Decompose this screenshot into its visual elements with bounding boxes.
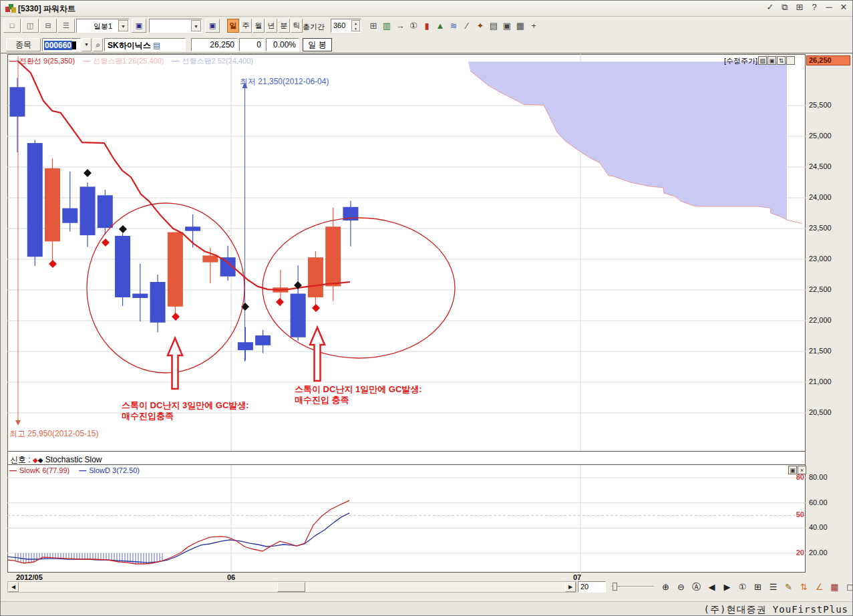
chart-annotation: 스톡이 DC난지 1일만에 GC발생:매수진입 충족 — [295, 384, 422, 406]
updown-arrows-icon[interactable]: ⇅ — [798, 581, 810, 593]
arrow-down-icon — [15, 420, 21, 426]
spinner-arrows-icon[interactable]: ▲▼ — [351, 20, 360, 31]
tools-icon[interactable]: ✦ — [474, 19, 487, 33]
indicator-chart-icon[interactable]: ▥ — [380, 19, 393, 33]
chevron-down-icon: ▼ — [84, 42, 89, 47]
scroll-right-button[interactable]: ▶ — [565, 582, 576, 592]
price-axis-label: 25,000 — [809, 132, 832, 140]
price-axis-label: 24,000 — [809, 193, 832, 201]
annotation-arrow-up — [310, 327, 325, 381]
chart-settings-icon[interactable]: ▦ — [514, 19, 527, 33]
chevron-down-icon[interactable]: ▼ — [118, 20, 128, 31]
zoom-slider-thumb[interactable] — [613, 583, 617, 591]
legend-line-swatch: — — [172, 57, 180, 65]
slowd-line — [7, 513, 349, 563]
code-dropdown-button[interactable]: ▼ — [81, 38, 92, 51]
period-button-틱[interactable]: 틱 — [291, 19, 303, 33]
hourglass-icon[interactable]: ▨ — [758, 56, 767, 65]
list-icon[interactable]: ☰ — [767, 581, 780, 593]
send-list-icon[interactable]: → — [393, 19, 407, 33]
high-marker-label: 최고 25,950(2012-05-15) — [9, 428, 98, 440]
chevron-down-icon[interactable]: ▼ — [191, 20, 201, 31]
period-button-일[interactable]: 일 — [227, 19, 239, 33]
conversion-line — [17, 61, 350, 290]
legend-line-swatch: — — [9, 466, 17, 474]
save-icon[interactable]: ▣ — [500, 19, 514, 33]
zoom-out-icon[interactable]: ⊖ — [675, 581, 687, 593]
print-icon[interactable]: ▤ — [487, 19, 500, 33]
actual-size-icon[interactable]: ① — [736, 581, 749, 593]
save-icon: ▣ — [209, 21, 216, 29]
comment-icon[interactable]: ◻ — [844, 581, 853, 593]
stoch-legend: —SlowK 6(77.99)—SlowD 3(72.50) — [9, 466, 149, 474]
zoom-area-icon[interactable]: ⊞ — [751, 581, 764, 593]
go-last-icon[interactable]: ▶ — [721, 581, 733, 593]
chart-style-select[interactable]: 일봉1 ▼ — [76, 19, 130, 33]
main-legend: —전환선 9(25,350)—선행스팬1 26(25,400)—선행스팬2 52… — [9, 56, 261, 66]
save-template-button[interactable]: ▣ — [205, 19, 220, 33]
scroll-left-button[interactable]: ◀ — [8, 582, 19, 592]
candle-body — [185, 226, 200, 230]
blank-box[interactable] — [786, 56, 795, 65]
area-chart-icon[interactable]: ▲ — [434, 19, 447, 33]
legend-item: —선행스팬1 26(25,400) — [83, 57, 164, 65]
candle-body — [150, 282, 166, 323]
check-icon[interactable]: ✓ — [763, 1, 778, 13]
zoom-one-icon[interactable]: ① — [407, 19, 420, 33]
template-select[interactable]: ▼ — [149, 19, 202, 33]
window-controls: ✓⧉⊞?─✕ — [763, 1, 851, 17]
draw-pen-icon[interactable]: ✎ — [782, 581, 795, 593]
arrow-right-icon: ▶ — [568, 584, 572, 590]
total-period-spinner[interactable]: 360 ▲▼ — [331, 19, 361, 33]
signal-diamond-black — [119, 225, 127, 233]
layout-two-horizontal-icon[interactable]: ⊟ — [39, 19, 57, 33]
period-button-분[interactable]: 분 — [278, 19, 290, 33]
scrollbar-thumb[interactable] — [277, 582, 305, 592]
bar-count-input[interactable]: 20 — [578, 581, 606, 593]
stock-select-button[interactable]: 종목 — [6, 38, 41, 51]
close-icon[interactable]: ✕ — [836, 1, 851, 13]
multi-line-icon[interactable]: ≋ — [447, 19, 460, 33]
diamond-red-icon: ◆ — [33, 456, 38, 464]
stock-code-input[interactable]: 000660 — [42, 38, 81, 51]
layout-single-icon[interactable]: □ — [3, 19, 21, 33]
price-axis-label: 23,500 — [809, 224, 832, 232]
stoch-axis-label: 60.00 — [809, 498, 828, 506]
price-axis-label: 22,500 — [809, 285, 832, 293]
zoom-slider-track[interactable] — [611, 586, 654, 587]
minimize-icon[interactable]: ─ — [822, 1, 836, 13]
zoom-in-icon[interactable]: ⊕ — [659, 581, 672, 593]
search-button[interactable]: ⌕ — [93, 38, 103, 51]
period-button-년[interactable]: 년 — [265, 19, 277, 33]
ruler-icon[interactable]: ∠ — [813, 581, 826, 593]
document-icon[interactable]: ▤ — [153, 41, 160, 50]
chart-window-icon[interactable]: ⊞ — [367, 19, 380, 33]
horizontal-scrollbar[interactable]: ◀ ▶ — [7, 581, 576, 593]
legend-label: SlowK 6(77.99) — [19, 466, 69, 474]
period-button-주[interactable]: 주 — [240, 19, 252, 33]
layout-two-vertical-icon[interactable]: ◫ — [21, 19, 39, 33]
updown-icon[interactable]: ⇅ — [777, 56, 786, 65]
zoom-all-icon[interactable]: Ⓐ — [690, 581, 703, 593]
trendline-icon[interactable]: ∕ — [460, 19, 474, 33]
popout-icon[interactable]: ⊞ — [792, 1, 807, 13]
title-bar: [5330] 파워차트 ✓⧉⊞?─✕ — [1, 1, 853, 17]
price-change-pct: 0.00% — [266, 38, 299, 51]
panel-icon[interactable]: ▣ — [767, 56, 776, 65]
chart-tool-icon[interactable]: ▦ — [828, 581, 841, 593]
adjusted-price-label: [수정주가] — [724, 57, 757, 65]
candle-body — [45, 168, 60, 241]
copy-icon[interactable]: ⧉ — [778, 1, 792, 13]
low-marker-label: 최저 21,350(2012-06-04) — [240, 76, 329, 88]
time-axis-label: 07 — [573, 573, 581, 581]
save-style-button[interactable]: ▣ — [132, 19, 146, 33]
candle-body — [325, 226, 341, 286]
signal-label: 신호 : — [10, 455, 31, 464]
help-icon[interactable]: ? — [807, 1, 822, 13]
period-button-월[interactable]: 월 — [252, 19, 265, 33]
go-first-icon[interactable]: ◀ — [705, 581, 718, 593]
candle-chart-icon[interactable]: ▮ — [420, 19, 434, 33]
stochastic-chart[interactable] — [7, 464, 806, 573]
layout-three-horizontal-icon[interactable]: ☰ — [57, 19, 75, 33]
chart-add-icon[interactable]: + — [527, 19, 540, 33]
